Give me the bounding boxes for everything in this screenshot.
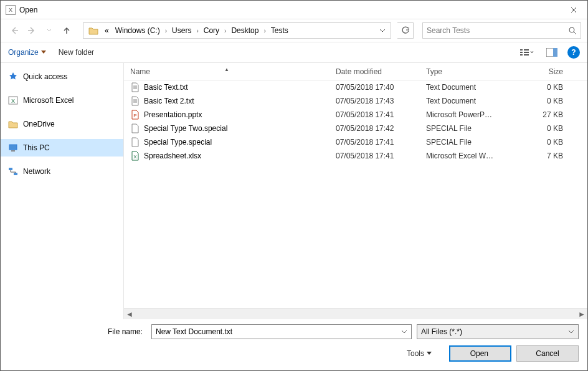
scroll-track[interactable] — [135, 309, 576, 319]
help-button[interactable]: ? — [567, 46, 580, 59]
file-size: 0 KB — [519, 83, 569, 92]
view-options-button[interactable] — [518, 46, 536, 59]
search-placeholder: Search Tests — [427, 26, 568, 35]
preview-pane-button[interactable] — [543, 46, 561, 59]
caret-down-icon — [427, 352, 432, 355]
forward-button[interactable] — [24, 23, 39, 38]
file-name: Presentation.pptx — [144, 110, 202, 119]
file-row[interactable]: Special Type.special07/05/2018 17:41SPEC… — [124, 135, 587, 149]
column-headers: Name▲ Date modified Type Size — [124, 63, 587, 80]
generic-file-icon — [130, 123, 140, 133]
file-name: Special Type.special — [144, 138, 212, 147]
app-icon: X — [6, 5, 16, 15]
nav-toolbar: « Windows (C:)› Users› Cory› Desktop› Te… — [1, 19, 587, 42]
file-type: SPECIAL File — [420, 124, 519, 133]
refresh-button[interactable] — [397, 22, 414, 39]
svg-rect-4 — [524, 49, 529, 51]
file-name: Special Type Two.special — [144, 124, 227, 133]
file-row[interactable]: PPresentation.pptx07/05/2018 17:41Micros… — [124, 108, 587, 122]
sidebar-item-microsoft-excel[interactable]: XMicrosoft Excel — [1, 92, 123, 109]
svg-rect-11 — [9, 145, 17, 150]
sidebar-item-onedrive[interactable]: OneDrive — [1, 115, 123, 133]
filename-label: File name: — [9, 327, 146, 336]
sidebar-item-this-pc[interactable]: This PC — [1, 139, 123, 157]
text-file-icon — [130, 82, 140, 92]
svg-rect-5 — [524, 52, 529, 53]
column-name[interactable]: Name▲ — [124, 67, 330, 76]
svg-text:X: X — [11, 98, 15, 104]
breadcrumb-overflow[interactable]: « — [102, 26, 111, 35]
file-type: Text Document — [420, 83, 519, 92]
excel-icon: X — [8, 95, 18, 105]
view-list-icon — [520, 48, 534, 57]
caret-down-icon — [41, 51, 46, 54]
file-size: 0 KB — [519, 124, 569, 133]
file-size: 0 KB — [519, 138, 569, 147]
file-name: Spreadsheet.xlsx — [144, 152, 201, 160]
open-button[interactable]: Open — [449, 345, 511, 362]
breadcrumb-seg-1[interactable]: Users — [169, 26, 194, 35]
scroll-left-icon[interactable]: ◄ — [124, 310, 135, 319]
file-size: 27 KB — [519, 110, 569, 119]
tools-menu[interactable]: Tools — [407, 349, 432, 358]
file-type: Microsoft Excel W… — [420, 152, 519, 160]
command-toolbar: Organize New folder ? — [1, 42, 587, 63]
file-type-filter[interactable]: All Files (*.*) — [417, 324, 579, 339]
close-button[interactable] — [559, 1, 587, 19]
svg-text:X: X — [133, 154, 137, 160]
file-date: 07/05/2018 17:43 — [330, 97, 420, 105]
filename-input[interactable]: New Text Document.txt — [151, 324, 412, 339]
refresh-icon — [401, 26, 410, 35]
open-dialog: X Open « Windows (C:)› Users› Cory› Desk… — [0, 0, 588, 371]
recent-dropdown[interactable] — [42, 23, 57, 38]
file-row[interactable]: XSpreadsheet.xlsx07/05/2018 17:41Microso… — [124, 149, 587, 163]
folder-icon — [86, 26, 101, 35]
breadcrumb-seg-0[interactable]: Windows (C:) — [113, 26, 163, 35]
text-file-icon — [130, 96, 140, 106]
breadcrumb[interactable]: « Windows (C:)› Users› Cory› Desktop› Te… — [83, 22, 391, 39]
column-type[interactable]: Type — [420, 67, 519, 76]
file-row[interactable]: Basic Text.txt07/05/2018 17:40Text Docum… — [124, 80, 587, 94]
file-date: 07/05/2018 17:41 — [330, 152, 420, 160]
svg-rect-6 — [524, 54, 529, 55]
column-size[interactable]: Size — [519, 67, 569, 76]
search-input[interactable]: Search Tests — [422, 22, 581, 39]
back-button[interactable] — [7, 23, 22, 38]
breadcrumb-seg-3[interactable]: Desktop — [229, 26, 261, 35]
file-size: 7 KB — [519, 152, 569, 160]
arrow-right-icon — [27, 26, 36, 35]
pc-icon — [8, 143, 18, 153]
organize-menu[interactable]: Organize — [8, 48, 46, 57]
svg-rect-12 — [11, 150, 15, 152]
svg-text:P: P — [133, 113, 136, 118]
up-button[interactable] — [59, 23, 74, 38]
new-folder-button[interactable]: New folder — [59, 48, 94, 57]
breadcrumb-dropdown[interactable] — [377, 29, 388, 32]
file-row[interactable]: Basic Text 2.txt07/05/2018 17:43Text Doc… — [124, 94, 587, 108]
column-date[interactable]: Date modified — [330, 67, 420, 76]
preview-pane-icon — [546, 48, 557, 57]
horizontal-scrollbar[interactable]: ◄ ► — [124, 308, 587, 319]
svg-rect-1 — [520, 49, 523, 51]
svg-rect-13 — [9, 168, 12, 170]
excel-file-icon: X — [130, 151, 140, 161]
file-row[interactable]: Special Type Two.special07/05/2018 17:42… — [124, 122, 587, 135]
scroll-right-icon[interactable]: ► — [576, 310, 587, 319]
chevron-down-icon — [568, 330, 574, 334]
sidebar-item-network[interactable]: Network — [1, 163, 123, 180]
folder-icon — [8, 119, 18, 129]
chevron-down-icon — [47, 29, 52, 32]
cancel-button[interactable]: Cancel — [516, 345, 579, 362]
arrow-up-icon — [62, 26, 71, 35]
chevron-down-icon — [401, 330, 407, 334]
search-icon — [568, 26, 577, 35]
sidebar-item-quick-access[interactable]: Quick access — [1, 68, 123, 85]
sidebar-item-label: Network — [23, 167, 50, 176]
breadcrumb-seg-2[interactable]: Cory — [201, 26, 222, 35]
file-date: 07/05/2018 17:40 — [330, 83, 420, 92]
sidebar: Quick accessXMicrosoft ExcelOneDriveThis… — [1, 63, 124, 319]
breadcrumb-seg-4[interactable]: Tests — [268, 26, 291, 35]
close-icon — [571, 7, 577, 13]
titlebar: X Open — [1, 1, 587, 19]
svg-rect-3 — [520, 54, 523, 55]
